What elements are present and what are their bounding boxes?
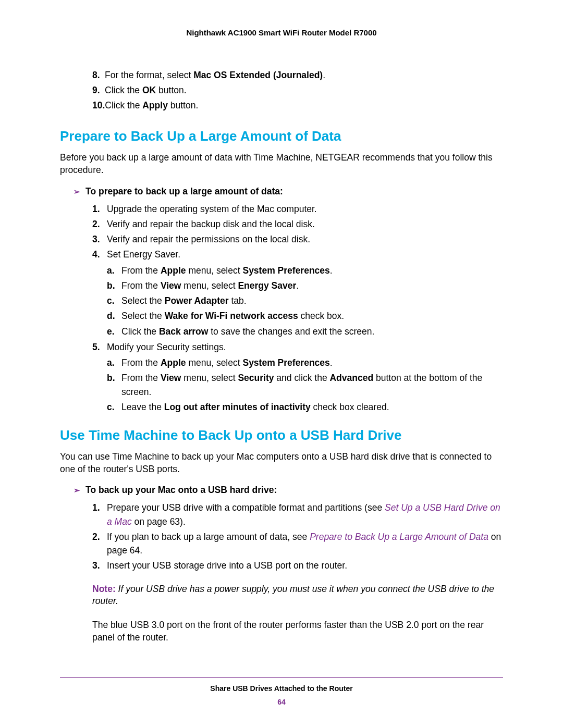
step-text: From the bbox=[121, 280, 161, 291]
step-text: From the bbox=[121, 357, 161, 368]
section-heading-timemachine: Use Time Machine to Back Up onto a USB H… bbox=[60, 427, 503, 443]
step-text: Select the bbox=[121, 311, 165, 321]
procedure-heading-row: ➢ To prepare to back up a large amount o… bbox=[60, 186, 503, 197]
arrow-icon: ➢ bbox=[74, 187, 80, 196]
step-bold: Apple bbox=[161, 357, 186, 368]
step-number: 9. bbox=[92, 83, 105, 97]
step-number: 3. bbox=[92, 232, 107, 246]
step-text: menu, select bbox=[181, 280, 238, 291]
step-bold: OK bbox=[142, 85, 156, 95]
step-text: For the format, select bbox=[105, 70, 193, 80]
step-9: 9.Click the OK button. bbox=[92, 83, 503, 97]
substep-4d: d.Select the Wake for Wi-Fi network acce… bbox=[107, 309, 503, 323]
step-number: a. bbox=[107, 356, 121, 369]
step-number: 10. bbox=[92, 98, 105, 113]
step-text: Click the bbox=[105, 100, 142, 110]
step-text: If you plan to back up a large amount of… bbox=[107, 532, 310, 542]
step-bold: Energy Saver bbox=[238, 280, 296, 291]
step-text: and click the bbox=[274, 373, 329, 383]
step-number: e. bbox=[107, 325, 121, 338]
step-3: 3.Insert your USB storage drive into a U… bbox=[92, 559, 503, 572]
step-bold: Power Adapter bbox=[165, 295, 229, 306]
step-text: . bbox=[296, 280, 299, 291]
note-text: If your USB drive has a power supply, yo… bbox=[92, 584, 494, 607]
step-text: to save the changes and exit the screen. bbox=[208, 326, 374, 337]
step-bold: System Preferences bbox=[242, 357, 329, 368]
page-footer: Share USB Drives Attached to the Router … bbox=[60, 652, 503, 706]
step-2: 2.Verify and repair the backup disk and … bbox=[92, 217, 503, 231]
continued-steps-list: 8.For the format, select Mac OS Extended… bbox=[60, 68, 503, 113]
step-text: From the bbox=[121, 373, 161, 383]
step-1: 1.Prepare your USB drive with a compatib… bbox=[92, 501, 503, 528]
procedure-heading: To prepare to back up a large amount of … bbox=[85, 186, 283, 197]
step-text: Click the bbox=[105, 85, 142, 95]
step-number: c. bbox=[107, 400, 121, 414]
procedure-steps: 1.Upgrade the operating system of the Ma… bbox=[60, 202, 503, 262]
step-number: 5. bbox=[92, 340, 107, 354]
step-bold: Security bbox=[238, 373, 274, 383]
substep-4b: b.From the View menu, select Energy Save… bbox=[107, 279, 503, 292]
step-text: . bbox=[330, 357, 333, 368]
step-4: 4.Set Energy Saver. bbox=[92, 248, 503, 261]
step-text: Verify and repair the permissions on the… bbox=[107, 232, 310, 246]
step-bold: System Preferences bbox=[242, 265, 329, 276]
substep-4a: a.From the Apple menu, select System Pre… bbox=[107, 264, 503, 277]
step-bold: Advanced bbox=[329, 373, 373, 383]
step-text: Click the bbox=[121, 326, 159, 337]
step-text: Verify and repair the backup disk and th… bbox=[107, 217, 315, 231]
step-8: 8.For the format, select Mac OS Extended… bbox=[92, 68, 503, 82]
step-text: Upgrade the operating system of the Mac … bbox=[107, 202, 317, 216]
step-text: From the bbox=[121, 265, 161, 276]
step-text: tab. bbox=[229, 295, 247, 306]
step-bold: Apply bbox=[142, 100, 168, 110]
procedure-heading: To back up your Mac onto a USB hard driv… bbox=[85, 485, 277, 496]
step-text: Select the bbox=[121, 295, 165, 306]
step-3: 3.Verify and repair the permissions on t… bbox=[92, 232, 503, 246]
step-text: . bbox=[323, 70, 325, 80]
substep-4e: e.Click the Back arrow to save the chang… bbox=[107, 325, 503, 338]
procedure-steps-2: 1.Prepare your USB drive with a compatib… bbox=[60, 501, 503, 572]
step-number: 1. bbox=[92, 501, 107, 528]
step-number: 8. bbox=[92, 68, 105, 82]
step-text: menu, select bbox=[181, 373, 238, 383]
note-label: Note: bbox=[92, 584, 118, 594]
step-text: button. bbox=[156, 85, 186, 95]
step-number: a. bbox=[107, 264, 121, 277]
section-heading-prepare: Prepare to Back Up a Large Amount of Dat… bbox=[60, 128, 503, 144]
step-text: Leave the bbox=[121, 402, 164, 412]
step-text: menu, select bbox=[186, 357, 243, 368]
substeps-4: a.From the Apple menu, select System Pre… bbox=[60, 264, 503, 338]
step-5: 5.Modify your Security settings. bbox=[92, 340, 503, 354]
page-number: 64 bbox=[60, 698, 503, 706]
substep-5b: b.From the View menu, select Security an… bbox=[107, 371, 503, 399]
cross-reference-link[interactable]: Prepare to Back Up a Large Amount of Dat… bbox=[310, 532, 488, 542]
footer-chapter-title: Share USB Drives Attached to the Router bbox=[60, 684, 503, 693]
step-2: 2.If you plan to back up a large amount … bbox=[92, 530, 503, 558]
step-text: Prepare your USB drive with a compatible… bbox=[107, 502, 385, 513]
section-intro: You can use Time Machine to back up your… bbox=[60, 451, 503, 475]
step-10: 10.Click the Apply button. bbox=[92, 98, 503, 113]
step-text: Modify your Security settings. bbox=[107, 340, 226, 354]
step-bold: Log out after minutes of inactivity bbox=[164, 402, 311, 412]
step-number: 1. bbox=[92, 202, 107, 216]
section-intro: Before you back up a large amount of dat… bbox=[60, 152, 503, 176]
step-bold: View bbox=[161, 373, 181, 383]
step-text: menu, select bbox=[186, 265, 243, 276]
footer-divider bbox=[60, 677, 503, 678]
substeps-5: a.From the Apple menu, select System Pre… bbox=[60, 356, 503, 414]
step-number: b. bbox=[107, 279, 121, 292]
step-bold: Mac OS Extended (Journaled) bbox=[193, 70, 323, 80]
document-header: Nighthawk AC1900 Smart WiFi Router Model… bbox=[60, 28, 503, 37]
step-number: 3. bbox=[92, 559, 107, 572]
arrow-icon: ➢ bbox=[74, 486, 80, 495]
step-number: b. bbox=[107, 371, 121, 399]
substep-4c: c.Select the Power Adapter tab. bbox=[107, 294, 503, 307]
step-1: 1.Upgrade the operating system of the Ma… bbox=[92, 202, 503, 216]
procedure-heading-row: ➢ To back up your Mac onto a USB hard dr… bbox=[60, 485, 503, 496]
step-number: c. bbox=[107, 294, 121, 307]
paragraph: The blue USB 3.0 port on the front of th… bbox=[60, 619, 503, 644]
step-bold: Apple bbox=[161, 265, 186, 276]
substep-5a: a.From the Apple menu, select System Pre… bbox=[107, 356, 503, 369]
step-bold: Wake for Wi-Fi network access bbox=[165, 311, 298, 321]
step-bold: Back arrow bbox=[159, 326, 208, 337]
